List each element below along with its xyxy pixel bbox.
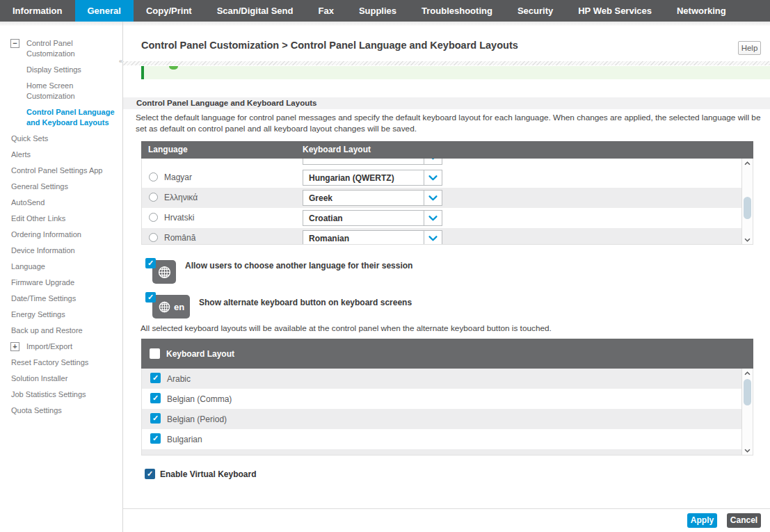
sidebar-item-label: Ordering Information	[11, 230, 81, 239]
virtual-keyboard-checkbox[interactable]	[145, 469, 155, 479]
cancel-button[interactable]: Cancel	[727, 513, 761, 528]
nav-tab[interactable]: Security	[505, 0, 566, 22]
sidebar-item[interactable]: +Import/Export	[0, 341, 118, 357]
sidebar-item[interactable]: Edit Other Links	[0, 213, 118, 229]
keyboard-table-scrollbar[interactable]	[741, 369, 753, 455]
nav-tab[interactable]: General	[75, 0, 134, 22]
sidebar-item[interactable]: Device Information	[0, 245, 118, 261]
sidebar-item[interactable]: Language	[0, 261, 118, 277]
sidebar-item[interactable]: Energy Settings	[0, 309, 118, 325]
keyboard-table-body: Arabic Belgian (Comma) Belgian (Period) …	[141, 369, 753, 456]
nav-tab[interactable]: Scan/Digital Send	[204, 0, 306, 22]
keyboard-layout-select[interactable]: Greek	[303, 190, 442, 206]
sidebar-item[interactable]: Control Panel Settings App	[0, 166, 118, 182]
language-radio[interactable]	[149, 193, 158, 202]
column-header-language: Language	[148, 145, 188, 154]
nav-tab[interactable]: Information	[0, 0, 75, 22]
scroll-up-icon[interactable]	[742, 159, 753, 168]
allow-language-checkbox[interactable]	[145, 258, 156, 268]
sidebar-item-label: Energy Settings	[11, 310, 65, 319]
alternate-keyboard-label: Show alternate keyboard button on keyboa…	[199, 298, 412, 307]
scrollbar-thumb[interactable]	[744, 379, 751, 405]
scroll-down-icon[interactable]	[742, 235, 753, 244]
keyboard-layout-label: Belgian (Period)	[167, 414, 227, 424]
sidebar-item[interactable]: Quick Sets	[0, 134, 118, 150]
sidebar-item-label: Control Panel Customization	[26, 39, 75, 58]
keyboard-layout-checkbox[interactable]	[150, 433, 161, 444]
table-row: Ελληνικά Greek	[142, 188, 741, 208]
header-divider	[123, 61, 770, 65]
table-row-partial	[142, 159, 753, 168]
sidebar-item[interactable]: Reset Factory Settings	[0, 357, 118, 373]
keyboard-layout-select[interactable]: Croatian	[303, 210, 442, 226]
sidebar-item-label: Language	[11, 262, 45, 271]
sidebar-item[interactable]: Home Screen Customization	[0, 81, 118, 107]
scroll-down-icon[interactable]	[742, 446, 753, 455]
chevron-down-icon[interactable]	[424, 159, 442, 164]
keyboard-layout-checkbox[interactable]	[150, 373, 161, 383]
sidebar-item[interactable]: Date/Time Settings	[0, 293, 118, 309]
nav-tab[interactable]: Supplies	[346, 0, 409, 22]
keyboard-layout-checkbox[interactable]	[150, 413, 161, 424]
sidebar-collapse-icon[interactable]: «	[118, 58, 123, 71]
sidebar-item[interactable]: General Settings	[0, 182, 118, 198]
sidebar-item[interactable]: Job Statistics Settings	[0, 389, 118, 405]
nav-tab-label: Supplies	[359, 6, 396, 16]
alternate-keyboard-checkbox[interactable]	[145, 292, 156, 303]
table-row: Română Romanian	[142, 228, 741, 245]
footer-divider	[123, 508, 770, 509]
nav-tab-label: Troubleshooting	[422, 6, 492, 16]
globe-en-icon[interactable]: en	[152, 295, 190, 319]
table-row: Magyar Hungarian (QWERTZ)	[142, 168, 741, 188]
sidebar-item-label: Date/Time Settings	[11, 294, 76, 303]
sidebar-item[interactable]: Firmware Upgrade	[0, 277, 118, 293]
select-all-checkbox[interactable]	[150, 348, 160, 359]
chevron-down-icon[interactable]	[424, 211, 442, 225]
sidebar-item-label: Solution Installer	[11, 374, 67, 382]
list-item-partial	[142, 449, 741, 456]
chevron-down-icon[interactable]	[424, 170, 442, 185]
nav-tab[interactable]: Copy/Print	[134, 0, 204, 22]
language-table-scrollbar[interactable]	[741, 159, 753, 244]
list-item: Bulgarian	[142, 429, 741, 449]
help-button[interactable]: Help	[738, 41, 761, 55]
sidebar-item-label: Home Screen Customization	[26, 81, 75, 100]
keyboard-layouts-note: All selected keyboard layouts will be av…	[141, 323, 760, 333]
nav-tab[interactable]: Troubleshooting	[409, 0, 505, 22]
keyboard-layout-select[interactable]: Romanian	[303, 230, 442, 245]
sidebar-item[interactable]: Alerts	[0, 150, 118, 166]
scrollbar-thumb[interactable]	[744, 197, 751, 219]
nav-tab[interactable]: Fax	[305, 0, 346, 22]
apply-button[interactable]: Apply	[687, 513, 717, 528]
sidebar-item[interactable]: Ordering Information	[0, 229, 118, 245]
sidebar-item-label: Quick Sets	[11, 134, 48, 143]
scroll-up-icon[interactable]	[742, 369, 753, 378]
keyboard-table-header-label: Keyboard Layout	[166, 349, 234, 359]
nav-tab[interactable]: HP Web Services	[566, 0, 664, 22]
sidebar-item[interactable]: −Control Panel Customization	[0, 38, 118, 65]
list-item: Belgian (Period)	[142, 409, 741, 429]
chevron-down-icon[interactable]	[424, 231, 442, 245]
language-radio[interactable]	[149, 213, 158, 222]
nav-tab-label: HP Web Services	[578, 6, 652, 16]
globe-icon[interactable]	[152, 260, 176, 284]
expand-icon[interactable]: +	[10, 342, 19, 351]
sidebar-item[interactable]: Back up and Restore	[0, 325, 118, 341]
sidebar-item[interactable]: AutoSend	[0, 198, 118, 213]
sidebar-item[interactable]: Display Settings	[0, 65, 118, 81]
collapse-icon[interactable]: −	[10, 39, 19, 48]
sidebar-item[interactable]: Quota Settings	[0, 405, 118, 421]
allow-language-label: Allow users to choose another language f…	[185, 261, 412, 271]
keyboard-layout-select[interactable]	[303, 159, 442, 165]
sidebar-item-label: Display Settings	[26, 65, 81, 74]
sidebar-item[interactable]: Solution Installer	[0, 373, 118, 389]
nav-tab-label: Information	[13, 6, 63, 16]
top-nav: Information General Copy/Print Scan/Digi…	[0, 0, 770, 22]
language-radio[interactable]	[149, 233, 158, 242]
nav-tab[interactable]: Networking	[664, 0, 739, 22]
sidebar-item[interactable]: Control Panel Language and Keyboard Layo…	[0, 107, 118, 134]
chevron-down-icon[interactable]	[424, 191, 442, 205]
keyboard-layout-select[interactable]: Hungarian (QWERTZ)	[303, 170, 442, 186]
keyboard-layout-checkbox[interactable]	[150, 393, 161, 403]
language-radio[interactable]	[149, 172, 158, 182]
